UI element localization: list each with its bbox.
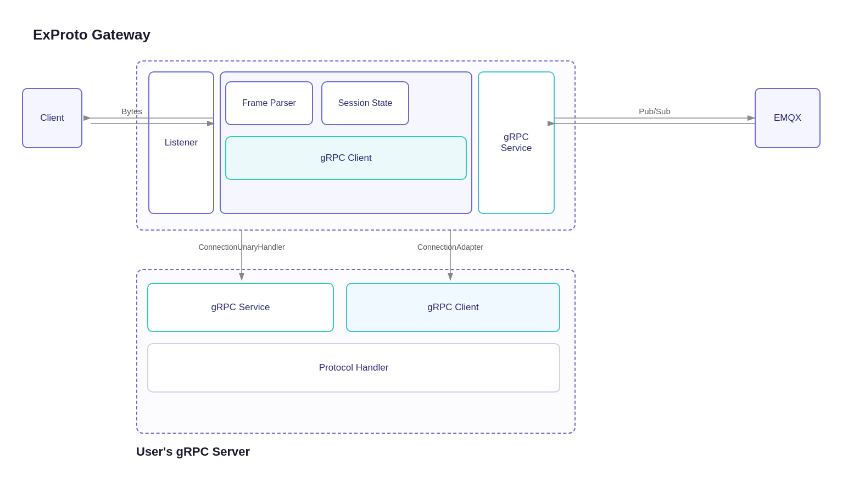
- box-grpc-client-bottom: gRPC Client: [346, 283, 560, 332]
- box-grpc-service-top: gRPCService: [478, 71, 555, 214]
- box-listener: Listener: [148, 71, 214, 214]
- box-session-state: Session State: [321, 81, 409, 125]
- box-grpc-client-top: gRPC Client: [225, 136, 467, 180]
- box-protocol-handler: Protocol Handler: [147, 343, 560, 393]
- svg-text:ConnectionAdapter: ConnectionAdapter: [417, 243, 483, 251]
- box-frame-parser: Frame Parser: [225, 81, 313, 125]
- title-grpc-server: User's gRPC Server: [136, 445, 250, 459]
- box-client: Client: [22, 88, 82, 148]
- box-emqx: EMQX: [755, 88, 821, 148]
- title-exproto: ExProto Gateway: [33, 26, 150, 43]
- svg-text:Pub/Sub: Pub/Sub: [639, 107, 671, 116]
- box-grpc-service-bottom: gRPC Service: [147, 283, 334, 332]
- diagram-container: ExProto Gateway User's gRPC Server Clien…: [0, 0, 848, 504]
- svg-text:ConnectionUnaryHandler: ConnectionUnaryHandler: [198, 243, 285, 251]
